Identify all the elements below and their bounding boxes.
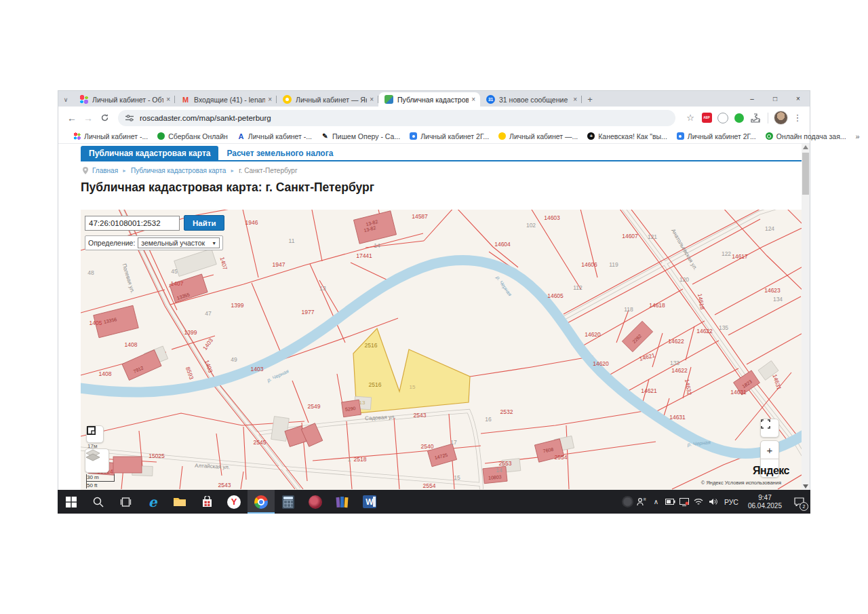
tab-public-cadastral-map[interactable]: Публичная кадастровая карта (81, 146, 218, 161)
tray-expand-chevron-icon[interactable]: ∧ (649, 490, 663, 514)
tab-search-chevron-icon[interactable]: ∨ (58, 93, 73, 107)
tab-close-icon[interactable]: × (163, 96, 175, 103)
bookmark-item[interactable]: Личный кабинет —... (498, 132, 578, 140)
close-button[interactable]: × (787, 95, 810, 102)
map-label: 118 (624, 306, 633, 313)
tab-close-icon[interactable]: × (367, 96, 378, 103)
bookmarks-overflow-chevron[interactable]: » (856, 132, 860, 140)
bookmark-star-icon[interactable]: ☆ (684, 111, 697, 125)
definition-select[interactable]: земельный участок ▼ (138, 237, 220, 248)
tab-close-icon[interactable]: × (265, 96, 277, 103)
taskbar-search-button[interactable] (85, 490, 112, 514)
bookmark-item[interactable]: ✎Пишем Оперу - Са... (321, 132, 400, 140)
browser-tab[interactable]: Личный кабинет — Яндекс.Н× (277, 92, 378, 107)
bookmark-item[interactable]: +Каневская! Как "вы... (587, 132, 667, 140)
map-label: 16 (485, 416, 492, 423)
reload-button[interactable] (96, 110, 113, 126)
map-label: 14632 (684, 379, 693, 396)
maximize-button[interactable]: □ (764, 95, 787, 102)
browser-tab[interactable]: Личный кабинет - Объявлени× (73, 92, 175, 107)
scroll-down-arrow[interactable] (803, 484, 808, 488)
yandex-browser-button[interactable]: Y (220, 490, 248, 514)
sber-icon (157, 132, 165, 140)
task-view-icon (120, 497, 132, 507)
page-scrollbar[interactable] (802, 144, 810, 490)
file-explorer-button[interactable] (166, 490, 193, 514)
adblock-extension-icon[interactable]: ABP (700, 111, 713, 125)
scale-bar: 30 m 50 ft (86, 474, 115, 488)
tray-faded-app-icon[interactable] (620, 490, 635, 514)
winrar-button[interactable] (329, 490, 356, 514)
tab-title: Публичная кадастровая карт (397, 96, 469, 104)
url-text[interactable]: roscadaster.com/map/sankt-peterburg (140, 114, 271, 122)
cadastral-map[interactable]: 1946194719771744114587146031460414605146… (81, 210, 802, 490)
map-label: 14618 (649, 302, 665, 309)
pen-icon: ✎ (321, 132, 329, 140)
scroll-up-arrow[interactable] (803, 145, 808, 149)
site-settings-icon[interactable] (125, 114, 134, 122)
word-button[interactable]: W (356, 490, 383, 514)
terms-link[interactable]: Условия использования (725, 480, 781, 486)
map-label: 14631 (669, 414, 686, 421)
tab-close-icon[interactable]: × (469, 96, 480, 103)
browser-menu-icon[interactable]: ⋮ (791, 111, 804, 125)
map-label: 14620 (593, 360, 609, 367)
extensions-puzzle-icon[interactable] (749, 111, 762, 125)
back-button[interactable]: ← (64, 110, 80, 126)
tab-land-tax-calc[interactable]: Расчет земельного налога (218, 146, 341, 161)
search-submit-button[interactable]: Найти (184, 215, 224, 231)
bookmark-item[interactable]: AЛичный кабинет -... (237, 132, 312, 140)
wifi-icon[interactable] (692, 490, 706, 514)
ms-store-button[interactable] (193, 490, 220, 514)
red-app-icon (309, 495, 322, 509)
map-label: 2549 (308, 403, 321, 410)
bookmark-item[interactable]: Личный кабинет -... (73, 132, 148, 140)
scrollbar-thumb[interactable] (802, 153, 809, 195)
browser-tab[interactable]: Публичная кадастровая карт× (378, 92, 480, 107)
map-label: 133 (670, 360, 679, 366)
location-pin-icon (83, 167, 88, 174)
bookmark-item[interactable]: Личный кабинет 2Г... (677, 132, 756, 140)
language-indicator[interactable]: РУС (720, 498, 743, 506)
forward-button[interactable]: → (80, 110, 96, 126)
chrome-button[interactable] (248, 490, 275, 514)
svg-text:R: R (644, 497, 646, 501)
fullscreen-button[interactable] (760, 419, 779, 438)
start-button[interactable] (58, 490, 85, 514)
taskbar-clock[interactable]: 9:47 06.04.2025 (743, 494, 787, 510)
edge-button[interactable]: e (139, 490, 166, 514)
bookmark-item[interactable]: Личный кабинет 2Г... (410, 132, 489, 140)
action-center-button[interactable]: 2 (787, 490, 810, 514)
task-view-button[interactable] (112, 490, 139, 514)
breadcrumb-map[interactable]: Публичная кадастровая карта (131, 167, 226, 174)
address-bar[interactable]: roscadaster.com/map/sankt-peterburg (118, 110, 675, 126)
map-label: 1399 (231, 302, 244, 309)
breadcrumb-home[interactable]: Главная (92, 167, 118, 174)
red-app-button[interactable] (302, 490, 329, 514)
tab-close-icon[interactable]: × (570, 96, 582, 103)
cadastral-number-input[interactable] (85, 216, 180, 231)
globe-extension-icon[interactable] (716, 111, 730, 125)
map-label: 1946 (245, 219, 258, 226)
browser-tab[interactable]: MВходящие (41) - lenamu@gma× (175, 92, 277, 107)
minimize-button[interactable]: – (741, 95, 764, 102)
measure-area-button[interactable] (86, 425, 104, 443)
layers-button[interactable] (85, 448, 109, 473)
people-icon[interactable]: R (635, 490, 649, 514)
display-alert-icon[interactable] (677, 490, 692, 514)
speaker-icon[interactable] (706, 490, 720, 514)
new-tab-button[interactable]: + (582, 92, 598, 107)
zoom-in-button[interactable]: + (760, 440, 779, 459)
profile-avatar[interactable] (774, 111, 788, 125)
yandex-logo[interactable]: Яндекс (753, 465, 789, 477)
search-icon (93, 497, 104, 507)
whatsapp-extension-icon[interactable] (732, 111, 746, 125)
definition-label: Определение: (88, 239, 135, 247)
bookmark-item[interactable]: Сбербанк Онлайн (157, 132, 228, 140)
browser-tab[interactable]: 3131 новое сообщение× (480, 92, 582, 107)
map-label: 122 (722, 250, 731, 257)
bookmark-item[interactable]: Онлайн подача зая... (766, 132, 846, 140)
fullscreen-icon (761, 419, 770, 429)
calculator-button[interactable] (275, 490, 302, 514)
plus-icon: + (587, 132, 595, 140)
